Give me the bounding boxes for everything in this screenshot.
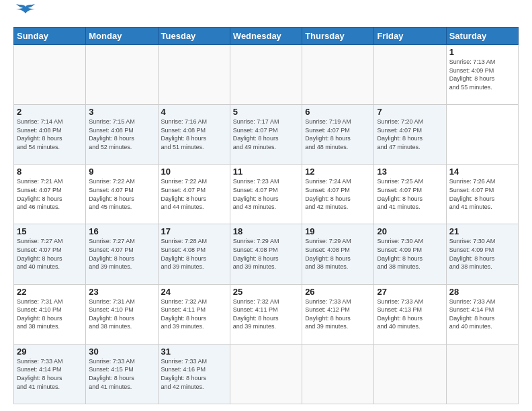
day-number: 10 [161, 167, 227, 177]
calendar-day-18: 18Sunrise: 7:29 AMSunset: 4:08 PMDayligh… [230, 224, 302, 284]
day-detail: Sunrise: 7:29 AMSunset: 4:08 PMDaylight:… [305, 238, 351, 270]
calendar-day-2: 2Sunrise: 7:14 AMSunset: 4:08 PMDaylight… [14, 105, 86, 165]
day-number: 17 [161, 226, 227, 236]
calendar-day-23: 23Sunrise: 7:31 AMSunset: 4:10 PMDayligh… [86, 284, 158, 344]
calendar-day-30: 30Sunrise: 7:33 AMSunset: 4:15 PMDayligh… [86, 344, 158, 404]
day-detail: Sunrise: 7:33 AMSunset: 4:12 PMDaylight:… [305, 298, 351, 330]
day-header-tuesday: Tuesday [158, 28, 230, 45]
day-number: 29 [17, 347, 83, 357]
day-detail: Sunrise: 7:26 AMSunset: 4:07 PMDaylight:… [449, 178, 496, 210]
day-number: 19 [305, 226, 371, 236]
calendar-header-row: SundayMondayTuesdayWednesdayThursdayFrid… [14, 28, 519, 45]
day-detail: Sunrise: 7:19 AMSunset: 4:07 PMDaylight:… [305, 118, 351, 150]
day-detail: Sunrise: 7:33 AMSunset: 4:13 PMDaylight:… [377, 298, 423, 330]
day-detail: Sunrise: 7:31 AMSunset: 4:10 PMDaylight:… [17, 298, 63, 330]
day-number: 14 [449, 167, 515, 177]
day-detail: Sunrise: 7:23 AMSunset: 4:07 PMDaylight:… [233, 178, 279, 210]
calendar-day-26: 26Sunrise: 7:33 AMSunset: 4:12 PMDayligh… [302, 284, 374, 344]
day-number: 8 [17, 167, 83, 177]
calendar-day-4: 4Sunrise: 7:16 AMSunset: 4:08 PMDaylight… [158, 105, 230, 165]
empty-cell [86, 45, 158, 105]
day-number: 26 [305, 287, 371, 297]
logo-bird-icon [16, 4, 35, 21]
logo [13, 11, 35, 21]
calendar-day-6: 6Sunrise: 7:19 AMSunset: 4:07 PMDaylight… [302, 105, 374, 165]
day-detail: Sunrise: 7:29 AMSunset: 4:08 PMDaylight:… [233, 238, 279, 270]
calendar-day-29: 29Sunrise: 7:33 AMSunset: 4:14 PMDayligh… [14, 344, 86, 404]
day-number: 3 [89, 107, 154, 117]
calendar-day-7: 7Sunrise: 7:20 AMSunset: 4:07 PMDaylight… [374, 105, 446, 165]
calendar-day-1: 1Sunrise: 7:13 AMSunset: 4:09 PMDaylight… [446, 45, 518, 105]
empty-cell [14, 45, 86, 105]
day-detail: Sunrise: 7:30 AMSunset: 4:09 PMDaylight:… [449, 238, 496, 270]
day-number: 18 [233, 226, 299, 236]
day-number: 27 [377, 287, 443, 297]
empty-cell [230, 45, 302, 105]
empty-cell [302, 45, 374, 105]
calendar-day-22: 22Sunrise: 7:31 AMSunset: 4:10 PMDayligh… [14, 284, 86, 344]
day-detail: Sunrise: 7:32 AMSunset: 4:11 PMDaylight:… [233, 298, 279, 330]
calendar-day-8: 8Sunrise: 7:21 AMSunset: 4:07 PMDaylight… [14, 165, 86, 224]
day-number: 6 [305, 107, 371, 117]
calendar-day-14: 14Sunrise: 7:26 AMSunset: 4:07 PMDayligh… [446, 165, 518, 224]
day-detail: Sunrise: 7:17 AMSunset: 4:07 PMDaylight:… [233, 118, 279, 150]
day-number: 23 [89, 287, 154, 297]
day-detail: Sunrise: 7:31 AMSunset: 4:10 PMDaylight:… [89, 298, 135, 330]
day-header-wednesday: Wednesday [230, 28, 302, 45]
day-number: 16 [89, 226, 154, 236]
calendar-day-17: 17Sunrise: 7:28 AMSunset: 4:08 PMDayligh… [158, 224, 230, 284]
day-detail: Sunrise: 7:28 AMSunset: 4:08 PMDaylight:… [161, 238, 208, 270]
calendar-day-13: 13Sunrise: 7:25 AMSunset: 4:07 PMDayligh… [374, 165, 446, 224]
day-number: 9 [89, 167, 154, 177]
empty-cell [446, 344, 518, 404]
calendar-day-12: 12Sunrise: 7:24 AMSunset: 4:07 PMDayligh… [302, 165, 374, 224]
day-detail: Sunrise: 7:13 AMSunset: 4:09 PMDaylight:… [449, 58, 496, 91]
day-detail: Sunrise: 7:20 AMSunset: 4:07 PMDaylight:… [377, 118, 423, 150]
day-detail: Sunrise: 7:25 AMSunset: 4:07 PMDaylight:… [377, 178, 423, 210]
day-header-saturday: Saturday [446, 28, 518, 45]
empty-cell [230, 344, 302, 404]
day-detail: Sunrise: 7:27 AMSunset: 4:07 PMDaylight:… [89, 238, 135, 270]
day-detail: Sunrise: 7:33 AMSunset: 4:16 PMDaylight:… [161, 358, 208, 390]
day-number: 4 [161, 107, 227, 117]
day-number: 15 [17, 226, 83, 236]
day-number: 13 [377, 167, 443, 177]
day-header-monday: Monday [86, 28, 158, 45]
day-detail: Sunrise: 7:21 AMSunset: 4:07 PMDaylight:… [17, 178, 63, 210]
day-number: 20 [377, 226, 443, 236]
day-number: 24 [161, 287, 227, 297]
day-number: 31 [161, 347, 227, 357]
day-detail: Sunrise: 7:22 AMSunset: 4:07 PMDaylight:… [161, 178, 208, 210]
day-detail: Sunrise: 7:24 AMSunset: 4:07 PMDaylight:… [305, 178, 351, 210]
day-header-sunday: Sunday [14, 28, 86, 45]
day-detail: Sunrise: 7:30 AMSunset: 4:09 PMDaylight:… [377, 238, 423, 270]
calendar-day-3: 3Sunrise: 7:15 AMSunset: 4:08 PMDaylight… [86, 105, 158, 165]
day-number: 1 [449, 47, 515, 57]
empty-cell [158, 45, 230, 105]
day-detail: Sunrise: 7:16 AMSunset: 4:08 PMDaylight:… [161, 118, 208, 150]
calendar-day-28: 28Sunrise: 7:33 AMSunset: 4:14 PMDayligh… [446, 284, 518, 344]
calendar-day-21: 21Sunrise: 7:30 AMSunset: 4:09 PMDayligh… [446, 224, 518, 284]
calendar-day-31: 31Sunrise: 7:33 AMSunset: 4:16 PMDayligh… [158, 344, 230, 404]
calendar-day-20: 20Sunrise: 7:30 AMSunset: 4:09 PMDayligh… [374, 224, 446, 284]
calendar-day-11: 11Sunrise: 7:23 AMSunset: 4:07 PMDayligh… [230, 165, 302, 224]
day-number: 11 [233, 167, 299, 177]
empty-cell [374, 45, 446, 105]
day-detail: Sunrise: 7:14 AMSunset: 4:08 PMDaylight:… [17, 118, 63, 150]
day-header-thursday: Thursday [302, 28, 374, 45]
day-detail: Sunrise: 7:33 AMSunset: 4:15 PMDaylight:… [89, 358, 135, 390]
day-detail: Sunrise: 7:27 AMSunset: 4:07 PMDaylight:… [17, 238, 63, 270]
day-detail: Sunrise: 7:33 AMSunset: 4:14 PMDaylight:… [17, 358, 63, 390]
day-number: 28 [449, 287, 515, 297]
page: SundayMondayTuesdayWednesdayThursdayFrid… [0, 0, 532, 411]
empty-cell [302, 344, 374, 404]
day-number: 25 [233, 287, 299, 297]
calendar-day-9: 9Sunrise: 7:22 AMSunset: 4:07 PMDaylight… [86, 165, 158, 224]
calendar-day-25: 25Sunrise: 7:32 AMSunset: 4:11 PMDayligh… [230, 284, 302, 344]
day-number: 12 [305, 167, 371, 177]
day-number: 7 [377, 107, 443, 117]
day-number: 2 [17, 107, 83, 117]
day-number: 5 [233, 107, 299, 117]
calendar-day-19: 19Sunrise: 7:29 AMSunset: 4:08 PMDayligh… [302, 224, 374, 284]
empty-cell [374, 344, 446, 404]
